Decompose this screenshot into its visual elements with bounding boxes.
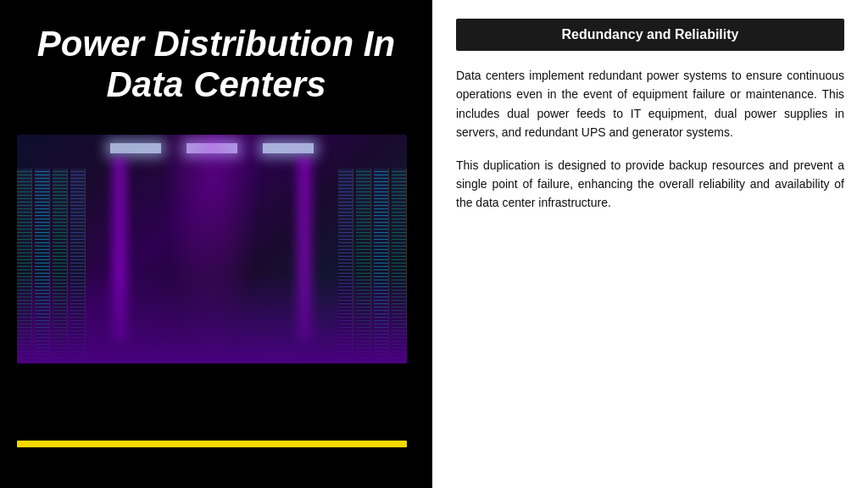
- paragraph-2: This duplication is designed to provide …: [456, 156, 844, 213]
- ceiling-light: [110, 143, 161, 153]
- yellow-bar: [17, 441, 407, 447]
- rack-floor: [17, 272, 407, 363]
- image-area: [0, 126, 432, 488]
- data-center-image: [17, 135, 407, 363]
- bottom-bar: [0, 456, 432, 488]
- slide-title: Power Distribution In Data Centers: [25, 24, 407, 106]
- section-heading: Redundancy and Reliability: [456, 19, 844, 51]
- ceiling-light: [263, 143, 314, 153]
- right-panel: Redundancy and Reliability Data centers …: [432, 0, 868, 488]
- left-panel: Power Distribution In Data Centers: [0, 0, 432, 488]
- title-area: Power Distribution In Data Centers: [0, 0, 432, 126]
- paragraph-1: Data centers implement redundant power s…: [456, 66, 844, 142]
- slide: Power Distribution In Data Centers: [0, 0, 868, 488]
- content-text: Data centers implement redundant power s…: [456, 66, 844, 213]
